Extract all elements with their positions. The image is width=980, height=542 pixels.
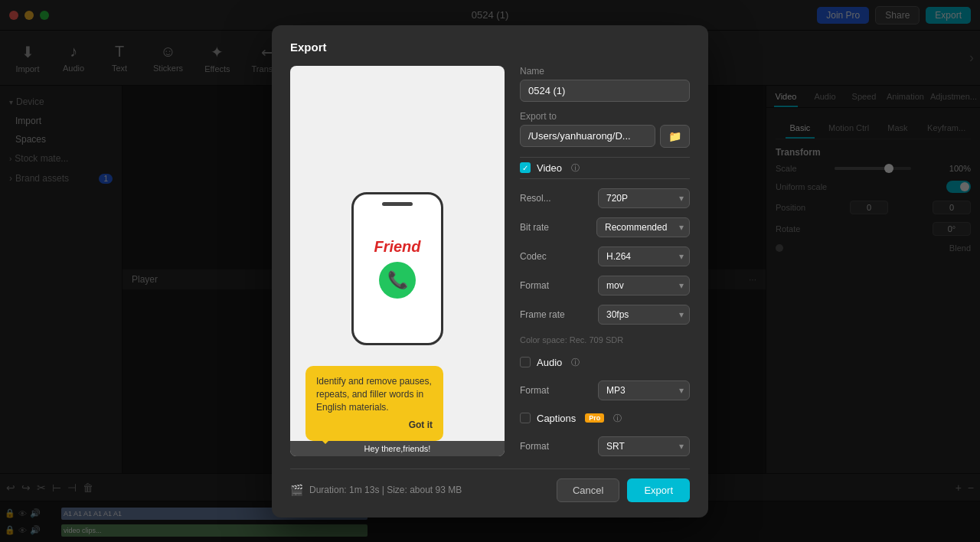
captions-format-select[interactable]: SRT VTT (598, 436, 690, 456)
video-info-icon[interactable]: ⓘ (571, 162, 580, 174)
tooltip-got-it-button[interactable]: Got it (316, 419, 433, 432)
captions-format-select-wrapper: SRT VTT (598, 436, 690, 456)
export-button[interactable]: Export (627, 478, 690, 502)
captions-format-row: Format SRT VTT (520, 436, 690, 456)
export-to-input-row: 📁 (520, 125, 690, 148)
captions-section-label: Captions (537, 413, 576, 424)
codec-select[interactable]: H.264 H.265 (598, 247, 690, 266)
export-modal: Export Friend 📞 Hey there,friends! Ident… (272, 25, 708, 518)
cancel-button[interactable]: Cancel (557, 478, 619, 502)
footer-info: 🎬 Duration: 1m 13s | Size: about 93 MB (290, 484, 462, 496)
audio-info-icon[interactable]: ⓘ (571, 357, 580, 368)
export-to-input[interactable] (520, 125, 655, 147)
export-to-row: Export to 📁 (520, 111, 690, 148)
format-select-wrapper: mov mp4 (598, 276, 690, 295)
audio-section-header: Audio ⓘ (520, 354, 690, 371)
framerate-row: Frame rate 30fps 24fps 60fps (520, 305, 690, 325)
phone-friend-text: Friend (374, 238, 420, 256)
phone-call-icon: 📞 (379, 262, 416, 299)
captions-format-label: Format (520, 441, 549, 452)
framerate-label: Frame rate (520, 309, 565, 320)
folder-browse-button[interactable]: 📁 (660, 125, 690, 148)
codec-select-wrapper: H.264 H.265 (598, 247, 690, 266)
video-section-header: ✓ Video ⓘ (520, 157, 690, 179)
format-select[interactable]: mov mp4 (598, 276, 690, 295)
codec-row: Codec H.264 H.265 (520, 247, 690, 266)
bitrate-row: Bit rate Recommended Low High (520, 217, 690, 237)
bitrate-select-wrapper: Recommended Low High (596, 217, 690, 237)
audio-checkbox[interactable] (520, 357, 531, 367)
resolution-select[interactable]: 720P 1080P 4K (598, 188, 690, 208)
footer-buttons: Cancel Export (557, 478, 690, 502)
captions-info-icon[interactable]: ⓘ (613, 413, 622, 424)
export-to-label: Export to (520, 111, 690, 122)
tooltip-text: Identify and remove pauses, repeats, and… (316, 375, 433, 413)
phone-speaker (382, 202, 413, 206)
film-icon: 🎬 (290, 484, 303, 496)
audio-format-label: Format (520, 385, 549, 396)
format-row: Format mov mp4 (520, 276, 690, 295)
color-space-text: Color space: Rec. 709 SDR (520, 335, 690, 344)
captions-checkbox[interactable] (520, 413, 531, 423)
audio-format-row: Format MP3 AAC (520, 380, 690, 400)
captions-section-header: Captions Pro ⓘ (520, 410, 690, 427)
audio-format-select-wrapper: MP3 AAC (598, 380, 690, 400)
modal-title: Export (290, 41, 690, 54)
modal-body: Friend 📞 Hey there,friends! Identify and… (290, 66, 690, 456)
phone-screen: Friend 📞 (354, 194, 441, 343)
pro-badge: Pro (585, 413, 604, 423)
bitrate-label: Bit rate (520, 222, 549, 233)
video-section-label: Video (537, 162, 562, 174)
modal-footer: 🎬 Duration: 1m 13s | Size: about 93 MB C… (290, 469, 690, 502)
resolution-row: Resol... 720P 1080P 4K (520, 188, 690, 208)
framerate-select-wrapper: 30fps 24fps 60fps (598, 305, 690, 325)
phone-mockup: Friend 📞 (351, 192, 443, 345)
audio-format-select[interactable]: MP3 AAC (598, 380, 690, 400)
name-input[interactable] (520, 80, 690, 102)
bitrate-select[interactable]: Recommended Low High (596, 217, 690, 237)
resolution-select-wrapper: 720P 1080P 4K (598, 188, 690, 208)
name-label: Name (520, 66, 690, 77)
video-checkbox[interactable]: ✓ (520, 162, 531, 173)
modal-overlay: Export Friend 📞 Hey there,friends! Ident… (0, 0, 980, 542)
tooltip-bubble: Identify and remove pauses, repeats, and… (305, 366, 443, 440)
modal-preview: Friend 📞 Hey there,friends! Identify and… (290, 66, 505, 456)
audio-section-label: Audio (537, 357, 562, 368)
modal-form: Name Export to 📁 ✓ Video ⓘ (520, 66, 690, 456)
footer-duration-text: Duration: 1m 13s | Size: about 93 MB (309, 485, 462, 495)
framerate-select[interactable]: 30fps 24fps 60fps (598, 305, 690, 325)
name-row: Name (520, 66, 690, 102)
resolution-label: Resol... (520, 193, 551, 204)
codec-label: Codec (520, 251, 547, 262)
format-label: Format (520, 280, 549, 291)
